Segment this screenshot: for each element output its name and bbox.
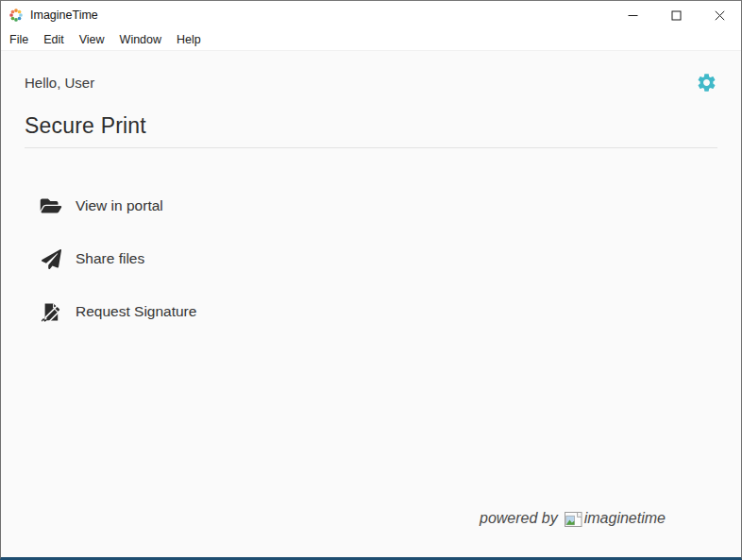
greeting-row: Hello, User	[25, 51, 717, 93]
action-share-files[interactable]: Share files	[25, 246, 144, 271]
powered-by-text: powered by	[480, 510, 558, 527]
paper-plane-icon	[39, 249, 63, 269]
settings-button[interactable]	[696, 72, 717, 93]
page-title: Secure Print	[25, 113, 717, 139]
minimize-button[interactable]	[611, 1, 654, 29]
menu-edit[interactable]: Edit	[38, 30, 70, 49]
menu-file[interactable]: File	[4, 30, 34, 49]
menu-view[interactable]: View	[74, 30, 110, 49]
brand-text: imaginetime	[584, 510, 666, 527]
window-title: ImagineTime	[30, 8, 98, 22]
action-request-signature[interactable]: Request Signature	[25, 299, 196, 324]
action-list: View in portal Share files	[25, 194, 717, 324]
file-signature-icon	[39, 301, 63, 323]
menu-help[interactable]: Help	[171, 30, 207, 49]
app-window: ImagineTime File Edit View	[0, 0, 742, 560]
title-divider	[25, 147, 717, 148]
action-label: Request Signature	[76, 303, 196, 320]
greeting-text: Hello, User	[25, 75, 94, 91]
gear-icon	[696, 72, 717, 93]
title-bar: ImagineTime	[1, 1, 741, 29]
close-button[interactable]	[698, 1, 741, 29]
close-icon	[715, 10, 725, 21]
window-controls	[611, 1, 741, 29]
folder-open-icon	[39, 196, 63, 215]
maximize-icon	[671, 10, 682, 21]
broken-image-icon	[565, 512, 582, 527]
action-label: Share files	[76, 250, 144, 267]
minimize-icon	[628, 10, 638, 21]
app-logo-spinner-icon	[8, 8, 24, 23]
action-view-in-portal[interactable]: View in portal	[25, 194, 163, 218]
powered-by-footer: powered by imaginetime	[480, 510, 666, 527]
action-label: View in portal	[76, 197, 163, 214]
menu-bar: File Edit View Window Help	[1, 29, 741, 51]
maximize-button[interactable]	[654, 1, 698, 29]
main-content: Hello, User Secure Print View in portal	[1, 51, 741, 557]
menu-window[interactable]: Window	[114, 30, 167, 49]
